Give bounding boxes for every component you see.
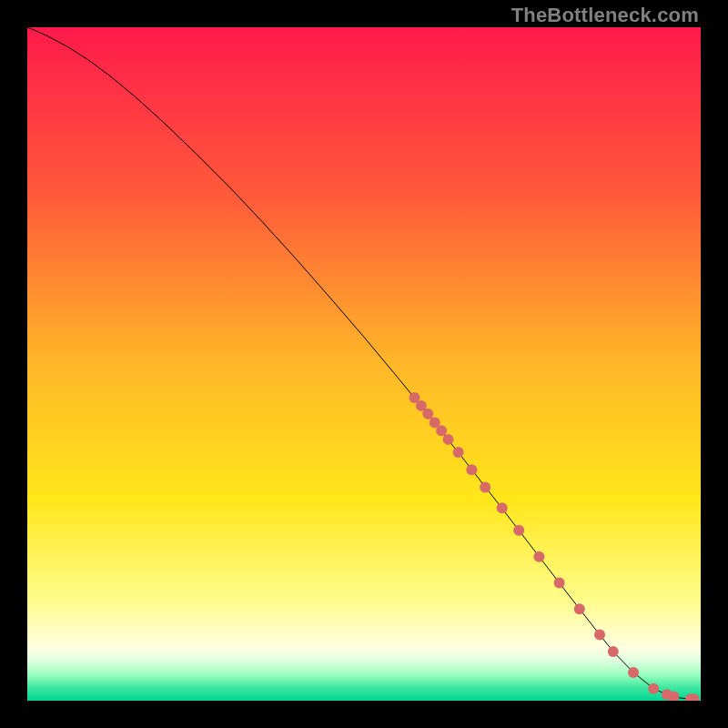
data-point (533, 551, 544, 562)
data-point (497, 502, 508, 513)
data-point (574, 603, 585, 614)
watermark-text: TheBottleneck.com (511, 4, 699, 27)
curve-line (27, 27, 694, 699)
data-point (436, 425, 447, 436)
data-layer (27, 27, 701, 701)
data-point (554, 578, 565, 589)
plot-area (27, 27, 701, 701)
data-point (628, 667, 639, 678)
chart-container: { "watermark": "TheBottleneck.com", "cha… (0, 0, 728, 728)
data-point (453, 447, 464, 458)
data-point (443, 434, 454, 445)
data-point (608, 646, 619, 657)
data-point (422, 409, 433, 420)
dots-group (410, 392, 700, 701)
data-point (513, 525, 524, 536)
data-point (480, 481, 490, 492)
data-point (648, 683, 659, 694)
data-point (466, 464, 477, 475)
data-point (594, 629, 605, 640)
